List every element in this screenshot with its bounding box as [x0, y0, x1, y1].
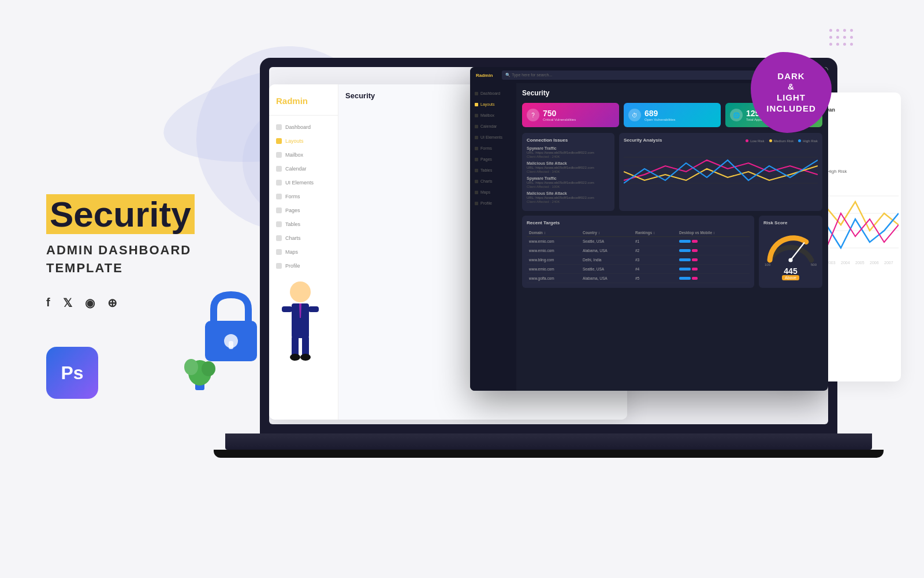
profile-nav-icon [276, 263, 282, 269]
two-col-bottom: Recent Targets Domain ↕ Country ↕ Rankin… [522, 216, 822, 288]
light-nav-dashboard[interactable]: Dashboard [269, 120, 338, 134]
instagram-icon[interactable]: ◉ [85, 296, 95, 310]
maps-nav-icon [276, 249, 282, 255]
subtitle: ADMIN DASHBOARD TEMPLATE [46, 242, 195, 277]
plant-illustration [182, 347, 217, 395]
svg-rect-12 [308, 306, 319, 312]
dark-nav-maps[interactable]: Maps [470, 187, 516, 198]
risk-score-title: Risk Score [763, 220, 818, 225]
traffic-item-2: Malicious Site Attack URL: https://www.e… [527, 161, 610, 173]
svg-point-21 [788, 258, 792, 262]
twitter-icon[interactable]: 𝕏 [63, 296, 72, 310]
dark-nav-dot-active [475, 103, 478, 106]
table-row: www.bling.com Delhi, India #3 [527, 255, 750, 265]
stat-card-critical: ? 750 Critical Vulnerabilities [522, 103, 619, 127]
page-title: Security [46, 197, 195, 232]
svg-text:2006: 2006 [870, 261, 879, 265]
dark-nav-profile[interactable]: Profile [470, 198, 516, 209]
gauge-label: Above [782, 276, 799, 280]
recent-targets-table: Domain ↕ Country ↕ Rankings ↕ Desktop vs… [527, 229, 750, 283]
light-nav-pages[interactable]: Pages [269, 203, 338, 217]
svg-point-8 [290, 281, 311, 302]
gauge-value: 445 [784, 266, 797, 276]
risk-score-card: Risk Score [759, 216, 822, 288]
svg-rect-9 [292, 336, 299, 357]
svg-rect-10 [302, 336, 309, 357]
dark-nav-calendar[interactable]: Calendar [470, 121, 516, 132]
legend-low-risk: Low Risk [746, 139, 764, 143]
low-risk-dot [746, 139, 748, 142]
pinterest-icon[interactable]: ⊕ [107, 296, 117, 310]
svg-point-15 [300, 354, 311, 361]
dark-nav-layouts[interactable]: Layouts [470, 99, 516, 110]
critical-number: 750 [543, 109, 576, 118]
critical-icon: ? [527, 109, 539, 121]
open-icon: ⏱ [628, 109, 641, 121]
stat-info-critical: 750 Critical Vulnerabilities [543, 109, 576, 121]
light-nav-layouts[interactable]: Layouts [269, 134, 338, 148]
total-icon: 🌐 [730, 109, 743, 121]
light-nav-calendar[interactable]: Calendar [269, 162, 338, 176]
mailbox-nav-icon [276, 152, 282, 158]
svg-point-14 [290, 354, 300, 361]
dashboard-nav-icon [276, 124, 282, 130]
svg-point-5 [184, 359, 198, 375]
dark-nav-dashboard[interactable]: Dashboard [470, 88, 516, 99]
light-nav-charts[interactable]: Charts [269, 231, 338, 245]
dark-nav-dot [475, 114, 478, 117]
light-nav-maps[interactable]: Maps [269, 245, 338, 259]
dark-nav-tables[interactable]: Tables [470, 165, 516, 176]
laptop-base-bottom [214, 450, 884, 458]
connection-issues-title: Connection Issues [527, 138, 610, 143]
connection-issues-card: Connection Issues Spyware Traffic URL: h… [522, 133, 614, 211]
svg-text:2007: 2007 [884, 261, 893, 265]
gauge-svg [765, 231, 817, 263]
dark-nav-ui[interactable]: UI Elements [470, 132, 516, 143]
table-row: www.golfa.com Alabama, USA #5 [527, 274, 750, 283]
medium-risk-dot [769, 139, 772, 142]
open-label: Open Vulnerabilities [644, 118, 675, 121]
svg-text:2004: 2004 [841, 261, 850, 265]
light-nav-tables[interactable]: Tables [269, 217, 338, 231]
light-nav-profile[interactable]: Profile [269, 259, 338, 273]
dark-nav-dot [475, 191, 478, 194]
dark-nav-mailbox[interactable]: Mailbox [470, 110, 516, 121]
facebook-icon[interactable]: f [46, 296, 50, 309]
laptop-screen: Radmin Dashboard Layouts Mailbox [269, 67, 828, 424]
dark-logo: Radmin [476, 73, 493, 78]
table-row: www.emio.com Seattle, USA #4 [527, 265, 750, 274]
dark-nav-forms[interactable]: Forms [470, 143, 516, 154]
dark-nav-dot [475, 180, 478, 183]
recent-targets-title: Recent Targets [527, 220, 750, 225]
col-domain: Domain ↕ [527, 229, 580, 237]
light-nav-forms[interactable]: Forms [269, 190, 338, 203]
ui-nav-icon [276, 180, 282, 186]
splash-blob: DARK & LIGHT INCLUDED [751, 52, 832, 133]
layouts-nav-icon [276, 138, 282, 144]
dark-nav-dot [475, 136, 478, 139]
dark-nav-charts[interactable]: Charts [470, 176, 516, 187]
dark-nav-pages[interactable]: Pages [470, 154, 516, 165]
col-country: Country ↕ [580, 229, 633, 237]
tables-nav-icon [276, 221, 282, 227]
dark-nav-dot [475, 125, 478, 128]
svg-text:2005: 2005 [855, 261, 865, 265]
light-nav-ui[interactable]: UI Elements [269, 176, 338, 190]
svg-rect-2 [229, 341, 233, 349]
character-illustration [277, 272, 323, 366]
col-desktop-mobile: Desktop vs Mobile ↕ [677, 229, 750, 237]
dark-search-bar[interactable]: 🔍 Type here for search... [502, 71, 757, 80]
charts-nav-icon [276, 235, 282, 241]
gauge-container: 100 500 445 Above [763, 229, 818, 282]
forms-nav-icon [276, 194, 282, 199]
stat-card-open: ⏱ 689 Open Vulnerabilities [624, 103, 721, 127]
security-analysis-title: Security Analysis [624, 138, 662, 143]
left-panel: Security ADMIN DASHBOARD TEMPLATE f 𝕏 ◉ … [46, 197, 195, 310]
light-sidebar: Radmin Dashboard Layouts Mailbox [269, 84, 338, 420]
light-nav-mailbox[interactable]: Mailbox [269, 148, 338, 162]
light-logo: Radmin [269, 91, 338, 116]
dark-nav-dot [475, 147, 478, 150]
pages-nav-icon [276, 208, 282, 213]
table-row: www.emio.com Seattle, USA #1 [527, 237, 750, 246]
security-chart-area [624, 149, 818, 195]
